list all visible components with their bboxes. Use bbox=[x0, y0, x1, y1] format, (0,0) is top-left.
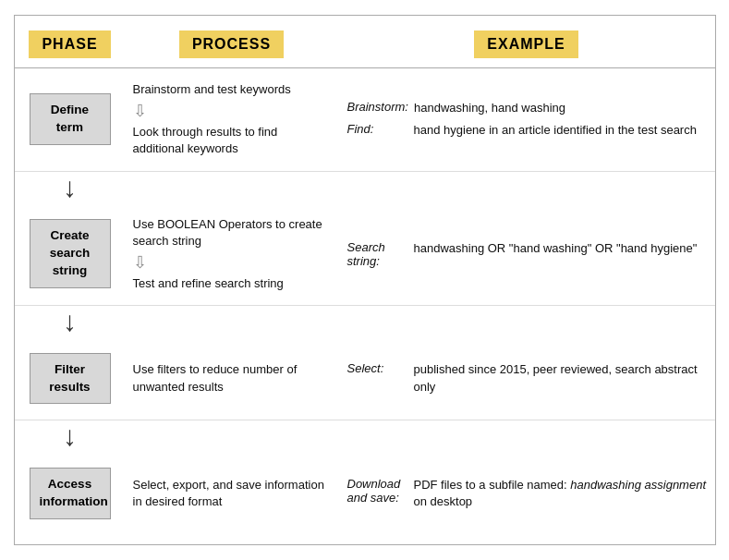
phase-col-1: Defineterm bbox=[15, 78, 126, 162]
main-container: PHASE PROCESS EXAMPLE Defineterm Brainst… bbox=[14, 15, 716, 545]
example-value-1b: hand hygiene in an article identified in… bbox=[414, 122, 697, 139]
down-arrow-3: ↓ bbox=[63, 422, 77, 450]
example-col-2: Searchstring: handwashing OR "hand washi… bbox=[338, 213, 715, 297]
row-access-info: Accessinformation Select, export, and sa… bbox=[15, 452, 715, 535]
process-header-col: PROCESS bbox=[126, 30, 338, 58]
phase-box-3: Filterresults bbox=[30, 353, 111, 405]
example-item-4a: Downloadand save: PDF files to a subfile… bbox=[347, 477, 708, 510]
example-item-2a: Searchstring: handwashing OR "hand washi… bbox=[347, 240, 708, 268]
process-text-1a: Brainstorm and test keywords bbox=[133, 81, 325, 98]
process-text-3a: Use filters to reduce number of unwanted… bbox=[133, 361, 325, 395]
process-col-2: Use BOOLEAN Operators to create search s… bbox=[126, 213, 338, 297]
row-create-search: Createsearchstring Use BOOLEAN Operators… bbox=[15, 203, 715, 307]
example-header-col: EXAMPLE bbox=[338, 30, 715, 58]
header-row: PHASE PROCESS EXAMPLE bbox=[15, 25, 715, 68]
example-value-4a: PDF files to a subfile named: handwashin… bbox=[414, 477, 708, 510]
example-header: EXAMPLE bbox=[474, 30, 577, 58]
phase-col-2: Createsearchstring bbox=[15, 213, 126, 297]
example-col-1: Brainstorm: handwashing, hand washing Fi… bbox=[338, 78, 715, 162]
example-col-3: Select: published since 2015, peer revie… bbox=[338, 347, 715, 410]
arrow-row-3: ↓ bbox=[15, 420, 715, 452]
process-arrow-1: ⇩ bbox=[133, 101, 325, 121]
phase-header: PHASE bbox=[29, 30, 110, 58]
arrow-spacer-3: ↓ bbox=[15, 422, 126, 450]
example-label-1b: Find: bbox=[347, 122, 414, 136]
example-label-1a: Brainstorm: bbox=[347, 100, 414, 114]
phase-col-4: Accessinformation bbox=[15, 461, 126, 526]
process-text-2a: Use BOOLEAN Operators to create search s… bbox=[133, 216, 325, 250]
phase-box-4: Accessinformation bbox=[30, 468, 111, 519]
example-item-1b: Find: hand hygiene in an article identif… bbox=[347, 122, 708, 139]
row-filter-results: Filterresults Use filters to reduce numb… bbox=[15, 337, 715, 420]
row-define-term: Defineterm Brainstorm and test keywords … bbox=[15, 68, 715, 172]
arrow-spacer-1: ↓ bbox=[15, 174, 126, 201]
phase-col-3: Filterresults bbox=[15, 347, 126, 410]
process-col-1: Brainstorm and test keywords ⇩ Look thro… bbox=[126, 78, 338, 162]
down-arrow-2: ↓ bbox=[63, 308, 77, 335]
example-label-4a: Downloadand save: bbox=[347, 477, 414, 505]
arrow-row-1: ↓ bbox=[15, 172, 715, 203]
process-arrow-2: ⇩ bbox=[133, 252, 325, 273]
process-col-3: Use filters to reduce number of unwanted… bbox=[126, 347, 338, 410]
process-col-4: Select, export, and save information in … bbox=[126, 461, 338, 526]
arrow-row-2: ↓ bbox=[15, 306, 715, 337]
example-label-2a: Searchstring: bbox=[347, 240, 414, 268]
example-col-4: Downloadand save: PDF files to a subfile… bbox=[338, 461, 715, 526]
phase-header-col: PHASE bbox=[15, 30, 126, 58]
process-text-4a: Select, export, and save information in … bbox=[133, 477, 325, 510]
example-item-3a: Select: published since 2015, peer revie… bbox=[347, 361, 708, 395]
example-value-1a: handwashing, hand washing bbox=[414, 100, 565, 116]
process-text-1b: Look through results to find additional … bbox=[133, 124, 325, 157]
process-header: PROCESS bbox=[179, 30, 284, 58]
example-value-3a: published since 2015, peer reviewed, sea… bbox=[414, 361, 708, 395]
example-value-2a: handwashing OR "hand washing" OR "hand h… bbox=[414, 240, 698, 257]
example-item-1a: Brainstorm: handwashing, hand washing bbox=[347, 100, 708, 116]
phase-box-1: Defineterm bbox=[30, 93, 111, 145]
process-text-2b: Test and refine search string bbox=[133, 275, 325, 292]
example-label-3a: Select: bbox=[347, 361, 414, 375]
arrow-spacer-2: ↓ bbox=[15, 308, 126, 335]
down-arrow-1: ↓ bbox=[63, 174, 77, 201]
phase-box-2: Createsearchstring bbox=[30, 219, 111, 288]
